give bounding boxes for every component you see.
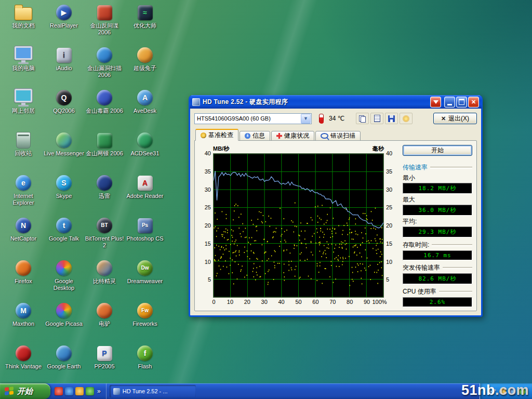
error-scan-tab-icon — [321, 133, 328, 139]
x-axis-tick: 0 — [212, 299, 215, 305]
copy-text-icon — [374, 115, 380, 122]
maximize-button[interactable] — [456, 97, 467, 108]
desktop-icon-label: 金山毒霸 2006 — [86, 108, 123, 114]
tray-icon-2[interactable] — [509, 388, 516, 395]
desktop-icon-google-talk[interactable]: tGoogle Talk — [44, 214, 84, 257]
desktop-icon-dreamweaver[interactable]: DwDreamweaver — [125, 257, 165, 299]
desktop-icon-qq2006[interactable]: QQQ2006 — [44, 86, 84, 129]
close-button[interactable]: ✕ — [468, 97, 479, 108]
drive-select[interactable]: HTS541060G9SA00 (60 GB) ▼ — [194, 113, 312, 124]
desktop-icon-bitspirit[interactable]: 比特精灵 — [84, 257, 125, 299]
desktop-icon-label: 优化大师 — [134, 22, 156, 29]
my-documents-icon — [15, 7, 32, 20]
desktop-icon-kingsoft-vulnscan-2006[interactable]: 金山漏洞扫描 2006 — [84, 44, 125, 86]
tray-temperature: 34° — [487, 388, 496, 394]
icon-glyph: t — [63, 222, 65, 229]
network-places-icon — [15, 89, 32, 102]
titlebar-arrow-button[interactable] — [430, 97, 441, 108]
exit-button[interactable]: ✕ 退出(X) — [433, 113, 477, 124]
desktop-icon-google-picasa[interactable]: Google Picasa — [44, 299, 84, 342]
my-computer-icon — [15, 46, 32, 60]
desktop-icon-youhua-dashi[interactable]: ≈优化大师 — [125, 1, 165, 44]
start-button[interactable]: 开始 — [0, 383, 50, 399]
copy-screenshot-button[interactable] — [356, 113, 369, 124]
desktop-icon-realplayer[interactable]: ▶RealPlayer — [44, 1, 84, 44]
desktop-icon-google-desktop[interactable]: Google Desktop — [44, 257, 84, 299]
tab-bar: 基准检查信息健康状况错误扫描 — [194, 128, 477, 141]
qq2006-icon: Q — [56, 90, 72, 105]
bittorrent-plus-2-icon: BT — [97, 218, 112, 233]
internet-explorer-icon: e — [16, 175, 31, 191]
tab-benchmark[interactable]: 基准检查 — [195, 129, 238, 141]
y-axis-tick: 35 — [205, 168, 211, 175]
maximize-icon — [459, 99, 464, 105]
desktop-icon-label: ACDSee31 — [130, 150, 159, 157]
save-screenshot-button[interactable] — [385, 113, 398, 124]
acdsee31-icon — [137, 132, 153, 148]
quick-launch-icon-4[interactable] — [86, 387, 94, 395]
icon-glyph: i — [63, 51, 65, 59]
results-sections: 传输速率最小18.2 MB/秒最大36.0 MB/秒平均:29.3 MB/秒存取… — [403, 160, 472, 308]
desktop-icon-flash[interactable]: fFlash — [125, 342, 165, 384]
x-axis-tick: 90 — [364, 299, 370, 305]
result-value: 36.0 MB/秒 — [403, 205, 472, 216]
desktop-icon-skype[interactable]: SSkype — [44, 171, 84, 214]
desktop-icon-photoshop-cs[interactable]: PsPhotoshop CS — [125, 214, 165, 257]
quick-launch-icon-2[interactable] — [65, 387, 73, 395]
desktop-icon-bittorrent-plus-2[interactable]: BTBitTorrent Plus! 2 — [84, 214, 125, 257]
desktop-icon-avedesk[interactable]: AAveDesk — [125, 86, 165, 129]
desktop-icon-thunder-xunlei[interactable]: 迅雷 — [84, 171, 125, 214]
desktop-icon-pp2005[interactable]: PPP2005 — [84, 342, 125, 384]
desktop-icon-my-documents[interactable]: 我的文档 — [3, 1, 44, 44]
quick-launch-icon-3[interactable] — [75, 387, 84, 395]
desktop-icon-recycle-bin[interactable]: 回收站 — [3, 129, 44, 171]
desktop-icon-netcaptor[interactable]: NNetCaptor — [3, 214, 44, 257]
desktop-icon-fireworks[interactable]: FwFireworks — [125, 299, 165, 342]
desktop-icon-adobe-reader[interactable]: AAdobe Reader — [125, 171, 165, 214]
taskbar-task-hdtune[interactable]: HD Tune 2.52 - ... — [110, 385, 196, 397]
desktop-icon-super-rabbit[interactable]: 超级兔子 — [125, 44, 165, 86]
desktop-icon-kingsoft-netguard-2006[interactable]: 金山网镖 2006 — [84, 129, 125, 171]
desktop-icon-label: Firefox — [15, 278, 32, 285]
titlebar[interactable]: HD Tune 2.52 - 硬盘实用程序 ✕ — [190, 95, 482, 109]
x-axis-tick: 70 — [329, 299, 336, 305]
emule-icon — [97, 303, 112, 318]
icon-glyph: f — [144, 350, 147, 357]
drive-select-value: HTS541060G9SA00 (60 GB) — [195, 115, 300, 122]
result-value: 82.6 MB/秒 — [403, 273, 472, 284]
y-axis-right-label: 毫秒 — [373, 145, 384, 153]
desktop-icon-label: AveDesk — [134, 108, 156, 114]
desktop-icon-internet-explorer[interactable]: eInternet Explorer — [3, 171, 44, 214]
desktop-icon-label: Photoshop CS — [127, 235, 164, 242]
desktop-icon-my-computer[interactable]: 我的电脑 — [3, 44, 44, 86]
desktop-icon-thinkvantage[interactable]: Think Vantage — [3, 342, 44, 384]
benchmark-tab-icon — [201, 132, 206, 138]
desktop-icon-google-earth[interactable]: Google Earth — [44, 342, 84, 384]
quick-launch-icon-1[interactable] — [55, 387, 63, 395]
minimize-icon — [447, 104, 452, 105]
tray-icon-1[interactable] — [499, 388, 506, 395]
windows-logo-icon — [5, 387, 14, 396]
tray-icon-3[interactable] — [519, 388, 526, 395]
desktop-icon-emule[interactable]: 电驴 — [84, 299, 125, 342]
tab-error-scan[interactable]: 错误扫描 — [315, 131, 361, 141]
desktop-icon-kingsoft-duba-2006[interactable]: 金山毒霸 2006 — [84, 86, 125, 129]
desktop-icon-network-places[interactable]: 网上邻居 — [3, 86, 44, 129]
quick-launch-overflow-chevron[interactable]: » — [96, 388, 102, 395]
tab-health[interactable]: 健康状况 — [271, 131, 314, 141]
desktop-icon-maxthon[interactable]: MMaxthon — [3, 299, 44, 342]
benchmark-chart-svg — [214, 154, 383, 297]
options-button[interactable] — [400, 113, 413, 124]
desktop-icon-iaudio[interactable]: iiAudio — [44, 44, 84, 86]
chevron-down-icon[interactable]: ▼ — [301, 114, 311, 124]
desktop-icon-kingsoft-antispy-2006[interactable]: 金山反间谍 2006 — [84, 1, 125, 44]
tab-info[interactable]: 信息 — [240, 131, 270, 141]
drive-temperature: 34 ℃ — [329, 115, 344, 122]
desktop-icon-live-messenger[interactable]: Live Messenger — [44, 129, 84, 171]
desktop-icon-firefox[interactable]: Firefox — [3, 257, 44, 299]
start-benchmark-button[interactable]: 开始 — [403, 145, 472, 156]
firefox-icon — [16, 260, 31, 276]
copy-text-button[interactable] — [370, 113, 383, 124]
minimize-button[interactable] — [444, 97, 455, 108]
desktop-icon-acdsee31[interactable]: ACDSee31 — [125, 129, 165, 171]
